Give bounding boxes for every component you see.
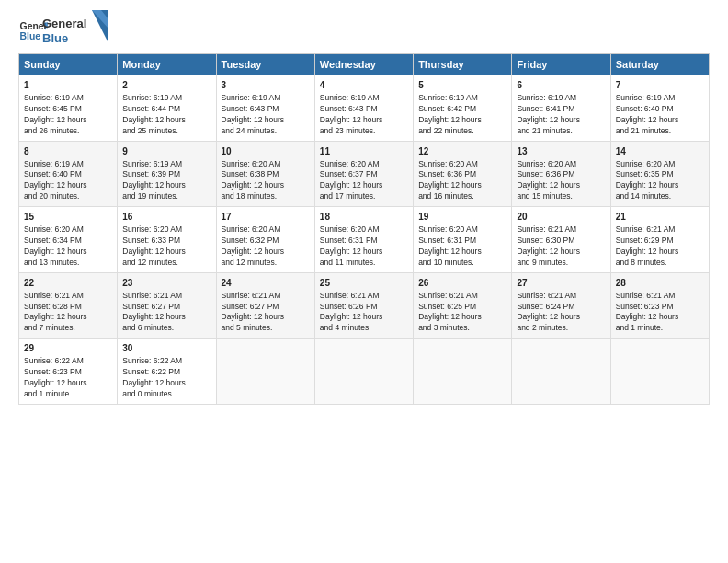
day-number: 4: [320, 79, 408, 92]
day-info-line: Daylight: 12 hours: [517, 115, 605, 126]
day-number: 28: [616, 277, 704, 290]
day-info-line: and 1 minute.: [24, 389, 112, 400]
day-info-line: and 12 minutes.: [222, 258, 310, 269]
day-info-line: Sunrise: 6:19 AM: [122, 93, 210, 104]
day-info-line: and 14 minutes.: [616, 191, 704, 202]
calendar-cell: 2Sunrise: 6:19 AMSunset: 6:44 PMDaylight…: [118, 75, 216, 142]
day-info-line: and 2 minutes.: [517, 323, 605, 334]
day-info-line: Daylight: 12 hours: [320, 180, 408, 191]
day-info-line: Sunrise: 6:20 AM: [222, 159, 310, 170]
day-info-line: Sunset: 6:23 PM: [24, 367, 112, 378]
day-info-line: and 24 minutes.: [222, 126, 310, 137]
calendar-week-row: 29Sunrise: 6:22 AMSunset: 6:23 PMDayligh…: [19, 339, 710, 405]
day-header-tuesday: Tuesday: [216, 54, 314, 75]
day-info-line: Daylight: 12 hours: [24, 312, 112, 323]
logo-blue: Blue: [42, 31, 86, 46]
calendar-cell: 11Sunrise: 6:20 AMSunset: 6:37 PMDayligh…: [314, 141, 413, 207]
day-number: 2: [122, 79, 210, 92]
day-info-line: and 17 minutes.: [320, 191, 408, 202]
day-info-line: Sunset: 6:41 PM: [517, 104, 605, 115]
day-info-line: and 26 minutes.: [24, 126, 112, 137]
day-info-line: Sunrise: 6:19 AM: [517, 93, 605, 104]
day-info-line: and 13 minutes.: [24, 258, 112, 269]
logo-general: General: [42, 17, 86, 31]
day-number: 27: [517, 277, 605, 290]
day-info-line: Sunrise: 6:21 AM: [616, 224, 704, 236]
day-info-line: Sunset: 6:39 PM: [122, 169, 210, 180]
day-info-line: Sunset: 6:43 PM: [222, 104, 310, 115]
day-number: 13: [517, 145, 605, 158]
day-info-line: Sunset: 6:37 PM: [320, 169, 408, 180]
day-info-line: Daylight: 12 hours: [24, 378, 112, 389]
calendar-header-row: SundayMondayTuesdayWednesdayThursdayFrid…: [19, 54, 710, 75]
calendar-cell: 25Sunrise: 6:21 AMSunset: 6:26 PMDayligh…: [314, 272, 413, 339]
day-info-line: Sunset: 6:35 PM: [616, 169, 704, 180]
day-info-line: Daylight: 12 hours: [122, 312, 210, 323]
day-info-line: and 3 minutes.: [418, 323, 506, 334]
day-info-line: Sunrise: 6:20 AM: [122, 224, 210, 236]
calendar-cell: 18Sunrise: 6:20 AMSunset: 6:31 PMDayligh…: [314, 207, 413, 273]
day-number: 24: [222, 277, 310, 290]
day-info-line: Sunset: 6:45 PM: [24, 104, 112, 115]
day-info-line: Daylight: 12 hours: [418, 247, 506, 258]
day-number: 15: [24, 211, 112, 224]
calendar-cell: 14Sunrise: 6:20 AMSunset: 6:35 PMDayligh…: [610, 141, 709, 207]
day-info-line: Sunset: 6:24 PM: [517, 302, 605, 313]
day-info-line: Sunset: 6:40 PM: [616, 104, 704, 115]
day-info-line: Daylight: 12 hours: [320, 115, 408, 126]
calendar-cell: 19Sunrise: 6:20 AMSunset: 6:31 PMDayligh…: [414, 207, 512, 273]
day-info-line: Daylight: 12 hours: [222, 115, 310, 126]
calendar-cell: 5Sunrise: 6:19 AMSunset: 6:42 PMDaylight…: [414, 75, 512, 142]
day-info-line: and 5 minutes.: [222, 323, 310, 334]
day-info-line: Sunset: 6:29 PM: [616, 236, 704, 247]
day-info-line: Sunset: 6:26 PM: [320, 302, 408, 313]
calendar-cell: 23Sunrise: 6:21 AMSunset: 6:27 PMDayligh…: [118, 272, 216, 339]
calendar-cell: 26Sunrise: 6:21 AMSunset: 6:25 PMDayligh…: [414, 272, 512, 339]
day-info-line: and 18 minutes.: [222, 191, 310, 202]
day-info-line: Sunrise: 6:22 AM: [24, 356, 112, 367]
day-number: 6: [517, 79, 605, 92]
day-info-line: Sunrise: 6:21 AM: [320, 291, 408, 302]
day-number: 17: [222, 211, 310, 224]
calendar-cell: 30Sunrise: 6:22 AMSunset: 6:22 PMDayligh…: [118, 339, 216, 405]
day-info-line: Sunset: 6:25 PM: [418, 302, 506, 313]
day-number: 29: [24, 342, 112, 355]
day-info-line: Sunset: 6:38 PM: [222, 169, 310, 180]
day-info-line: Daylight: 12 hours: [122, 115, 210, 126]
day-info-line: Sunset: 6:31 PM: [418, 236, 506, 247]
day-info-line: and 11 minutes.: [320, 258, 408, 269]
day-info-line: Sunrise: 6:21 AM: [616, 291, 704, 302]
day-info-line: Sunset: 6:32 PM: [222, 236, 310, 247]
day-info-line: Sunset: 6:30 PM: [517, 236, 605, 247]
day-header-saturday: Saturday: [610, 54, 709, 75]
calendar-table: SundayMondayTuesdayWednesdayThursdayFrid…: [18, 53, 710, 405]
day-info-line: Sunrise: 6:20 AM: [222, 224, 310, 236]
day-info-line: Sunrise: 6:19 AM: [122, 159, 210, 170]
day-info-line: Sunset: 6:36 PM: [517, 169, 605, 180]
day-info-line: Daylight: 12 hours: [24, 180, 112, 191]
day-info-line: Sunrise: 6:20 AM: [320, 159, 408, 170]
calendar-week-row: 8Sunrise: 6:19 AMSunset: 6:40 PMDaylight…: [19, 141, 710, 207]
day-info-line: and 15 minutes.: [517, 191, 605, 202]
day-number: 20: [517, 211, 605, 224]
day-info-line: and 25 minutes.: [122, 126, 210, 137]
calendar-cell: 17Sunrise: 6:20 AMSunset: 6:32 PMDayligh…: [216, 207, 314, 273]
day-info-line: Sunrise: 6:19 AM: [320, 93, 408, 104]
calendar-week-row: 1Sunrise: 6:19 AMSunset: 6:45 PMDaylight…: [19, 75, 710, 142]
day-number: 1: [24, 79, 112, 92]
day-number: 8: [24, 145, 112, 158]
day-info-line: Daylight: 12 hours: [320, 312, 408, 323]
day-number: 3: [222, 79, 310, 92]
day-info-line: Daylight: 12 hours: [122, 247, 210, 258]
day-info-line: Daylight: 12 hours: [616, 247, 704, 258]
calendar-cell: 27Sunrise: 6:21 AMSunset: 6:24 PMDayligh…: [512, 272, 610, 339]
day-number: 18: [320, 211, 408, 224]
day-number: 11: [320, 145, 408, 158]
calendar-cell: 29Sunrise: 6:22 AMSunset: 6:23 PMDayligh…: [19, 339, 118, 405]
day-info-line: Daylight: 12 hours: [517, 180, 605, 191]
day-info-line: and 22 minutes.: [418, 126, 506, 137]
day-info-line: Daylight: 12 hours: [616, 312, 704, 323]
day-info-line: Sunrise: 6:21 AM: [222, 291, 310, 302]
calendar-cell: [610, 339, 709, 405]
day-info-line: and 6 minutes.: [122, 323, 210, 334]
